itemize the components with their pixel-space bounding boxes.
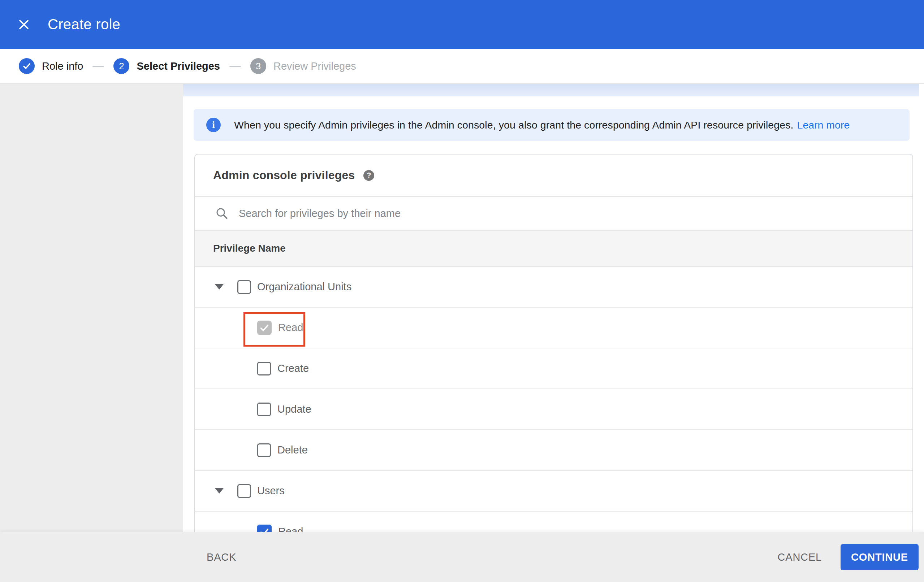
step-review-privileges[interactable]: 3 Review Privileges <box>250 58 356 74</box>
step-connector <box>229 66 241 67</box>
privilege-label: Read <box>278 322 303 334</box>
cancel-button[interactable]: CANCEL <box>771 546 829 568</box>
help-icon[interactable]: ? <box>363 170 374 181</box>
privileges-card: Admin console privileges ? Privilege Nam… <box>194 154 913 582</box>
check-icon <box>259 322 270 333</box>
privilege-search-row <box>195 196 912 230</box>
step-label: Role info <box>42 60 83 72</box>
page-title: Create role <box>48 16 120 33</box>
privilege-label: Delete <box>277 444 308 456</box>
collapse-caret-icon[interactable] <box>215 284 224 290</box>
info-banner-text: When you specify Admin privileges in the… <box>234 119 794 131</box>
delete-checkbox[interactable] <box>257 444 271 457</box>
step-connector <box>92 66 104 67</box>
search-icon <box>215 206 229 220</box>
update-checkbox[interactable] <box>257 402 271 416</box>
privilege-row-ou-create: Create <box>195 348 912 389</box>
privilege-row-ou-read: Read <box>195 307 912 348</box>
back-button[interactable]: BACK <box>205 546 238 568</box>
users-checkbox[interactable] <box>237 484 251 498</box>
privilege-row-ou-delete: Delete <box>195 429 912 470</box>
continue-button[interactable]: CONTINUE <box>841 544 919 570</box>
collapse-caret-icon[interactable] <box>215 488 224 493</box>
info-icon: i <box>206 118 221 132</box>
content-area: i When you specify Admin privileges in t… <box>183 84 924 582</box>
step-completed-circle <box>19 58 35 74</box>
step-number-circle: 2 <box>114 58 129 74</box>
dialog-titlebar: Create role <box>0 0 924 49</box>
read-checkbox-checked-disabled[interactable] <box>257 321 272 335</box>
privilege-row-users: Users <box>195 470 912 511</box>
scrollbar-track[interactable] <box>919 84 924 582</box>
dialog-footer: BACK CANCEL CONTINUE <box>0 532 924 582</box>
privilege-search-input[interactable] <box>239 208 744 219</box>
privilege-row-organizational-units: Organizational Units <box>195 266 912 307</box>
privilege-label: Users <box>257 485 285 497</box>
card-title: Admin console privileges <box>213 168 355 182</box>
create-checkbox[interactable] <box>257 362 271 376</box>
close-button[interactable] <box>12 13 35 36</box>
left-sidebar <box>0 84 183 582</box>
step-select-privileges[interactable]: 2 Select Privileges <box>114 58 220 74</box>
wizard-stepper: Role info 2 Select Privileges 3 Review P… <box>0 49 924 84</box>
column-header: Privilege Name <box>195 230 912 266</box>
dialog-body: i When you specify Admin privileges in t… <box>0 84 924 582</box>
privilege-label: Organizational Units <box>257 281 351 293</box>
step-role-info[interactable]: Role info <box>19 58 83 74</box>
privilege-label: Create <box>277 363 309 374</box>
step-number-circle: 3 <box>250 58 266 74</box>
step-label: Select Privileges <box>137 60 220 72</box>
card-header: Admin console privileges ? <box>195 155 912 196</box>
check-icon <box>22 61 31 71</box>
learn-more-link[interactable]: Learn more <box>797 119 850 131</box>
close-icon <box>18 18 30 31</box>
step-label: Review Privileges <box>274 60 356 72</box>
info-banner: i When you specify Admin privileges in t… <box>194 109 909 141</box>
privilege-row-ou-update: Update <box>195 389 912 429</box>
organizational-units-checkbox[interactable] <box>237 280 251 294</box>
scrolled-banner-edge <box>183 84 919 96</box>
privilege-label: Update <box>277 403 311 415</box>
